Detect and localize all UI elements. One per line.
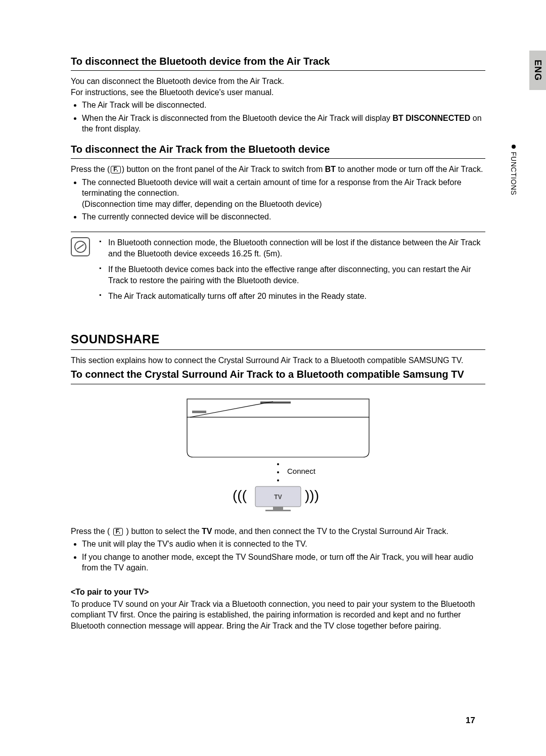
heading-soundshare: SOUNDSHARE [71, 332, 485, 350]
svg-point-4 [277, 463, 279, 465]
svg-text:(((: ((( [233, 487, 247, 503]
svg-rect-10 [273, 507, 283, 510]
bullet-icon [512, 145, 516, 149]
note-1: In Bluetooth connection mode, the Blueto… [99, 237, 485, 259]
note-2: If the Bluetooth device comes back into … [99, 264, 485, 286]
heading-disconnect-device: To disconnect the Bluetooth device from … [71, 56, 485, 71]
section-side-label: FUNCTIONS [510, 145, 518, 195]
s1-p1: You can disconnect the Bluetooth device … [71, 77, 284, 85]
svg-rect-1 [192, 411, 206, 413]
s2-p1b: ) button on the front panel of the Air T… [122, 165, 325, 173]
ss-b1: The unit will play the TV's audio when i… [82, 539, 485, 550]
pair-paragraph: To produce TV sound on your Air Track vi… [71, 599, 485, 632]
s1-intro: You can disconnect the Bluetooth device … [71, 76, 485, 98]
soundshare-press: Press the ( F. ) button to select the TV… [71, 526, 485, 537]
ss-pa: Press the ( [71, 527, 112, 536]
ss-pd: mode, and then connect the TV to the Cry… [212, 527, 448, 536]
ss-pc: TV [202, 527, 212, 536]
connection-diagram: Connect ((( ))) TV [71, 396, 485, 518]
function-button-icon: F. [113, 528, 123, 536]
s1-b2: When the Air Track is disconnected from … [82, 113, 485, 135]
s2-intro: Press the (F.) button on the front panel… [71, 164, 485, 175]
pair-heading: <To pair to your TV> [71, 588, 485, 597]
heading-disconnect-airtrack: To disconnect the Air Track from the Blu… [71, 144, 485, 159]
s2-p1a: Press the ( [71, 165, 110, 173]
s2-bullets: The connected Bluetooth device will wait… [71, 177, 485, 223]
soundshare-bullets: The unit will play the TV's audio when i… [71, 539, 485, 573]
s2-b1-li: The connected Bluetooth device will wait… [82, 177, 485, 210]
s1-p2: For instructions, see the Bluetooth devi… [71, 88, 274, 97]
page-number: 17 [466, 716, 475, 726]
s2-b1: The connected Bluetooth device will wait… [82, 178, 462, 198]
note-3: The Air Track automatically turns off af… [99, 291, 485, 302]
s2-p1c: BT [325, 165, 336, 173]
soundshare-intro: This section explains how to connect the… [71, 355, 485, 366]
svg-rect-11 [265, 510, 291, 511]
language-tab: ENG [529, 51, 546, 90]
s1-b1: The Air Track will be disconnected. [82, 100, 485, 111]
diagram-tv-label: TV [274, 494, 282, 501]
s1-bullets: The Air Track will be disconnected. When… [71, 100, 485, 135]
diagram-connect-label: Connect [287, 467, 316, 475]
manual-page: ENG FUNCTIONS To disconnect the Bluetoot… [0, 0, 546, 756]
s1-b2b: BT DISCONNECTED [393, 114, 471, 122]
s2-b1-sub: (Disconnection time may differ, dependin… [82, 199, 485, 210]
ss-pb: ) button to select the [124, 527, 202, 536]
svg-text:))): ))) [305, 487, 319, 503]
function-button-icon: F. [111, 166, 120, 173]
svg-point-6 [277, 479, 279, 481]
note-icon [71, 237, 90, 256]
note-box: In Bluetooth connection mode, the Blueto… [71, 232, 485, 307]
s2-b2: The currently connected device will be d… [82, 211, 485, 223]
s2-p1d: to another mode or turn off the Air Trac… [336, 165, 483, 173]
side-label-text: FUNCTIONS [510, 152, 518, 195]
note-list: In Bluetooth connection mode, the Blueto… [99, 237, 485, 307]
ss-b2: If you change to another mode, except th… [82, 552, 485, 573]
heading-connect-tv: To connect the Crystal Surround Air Trac… [71, 368, 485, 384]
s1-b2a: When the Air Track is disconnected from … [82, 114, 393, 122]
svg-point-5 [277, 471, 279, 473]
svg-line-3 [190, 402, 273, 417]
